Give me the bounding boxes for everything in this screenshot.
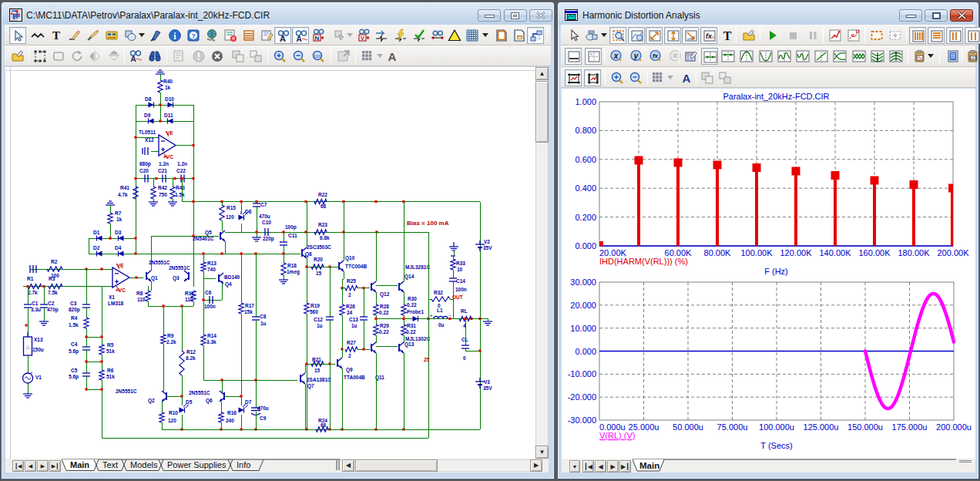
svg-text:Q2: Q2 (148, 398, 155, 404)
svg-text:120: 120 (226, 214, 234, 220)
svg-text:35V: 35V (483, 245, 492, 251)
svg-text:Models: Models (130, 460, 158, 469)
svg-text:51k: 51k (106, 374, 115, 379)
svg-text:C1: C1 (32, 301, 39, 306)
svg-text:V3: V3 (484, 379, 490, 385)
svg-text:R11: R11 (185, 291, 194, 296)
svg-text:51k: 51k (106, 348, 115, 354)
svg-text:R4: R4 (71, 315, 78, 321)
svg-text:R26: R26 (346, 304, 355, 309)
svg-text:Q13: Q13 (404, 341, 414, 348)
svg-text:1meg: 1meg (287, 269, 300, 275)
svg-text:-10.000: -10.000 (568, 369, 596, 378)
svg-text:BD140: BD140 (224, 274, 240, 280)
svg-text:Q1: Q1 (151, 275, 158, 281)
svg-text:R31: R31 (407, 323, 416, 328)
svg-text:200.00K: 200.00K (938, 248, 970, 257)
svg-text:4.7k: 4.7k (118, 192, 128, 197)
svg-text:10: 10 (457, 267, 463, 272)
svg-text:C2: C2 (48, 301, 55, 306)
svg-text:110: 110 (137, 297, 146, 302)
svg-text:140.00K: 140.00K (820, 248, 852, 257)
svg-text:TTC004B: TTC004B (345, 264, 367, 269)
svg-text:123: 123 (969, 56, 976, 60)
svg-text:Main: Main (639, 461, 659, 470)
svg-text:C5: C5 (71, 368, 78, 373)
svg-text:R2: R2 (51, 259, 58, 264)
svg-text:D5: D5 (186, 399, 193, 405)
svg-text:A: A (683, 72, 691, 85)
svg-text:740: 740 (207, 267, 216, 272)
svg-text:125.000u: 125.000u (804, 422, 839, 432)
svg-text:15k: 15k (244, 309, 253, 314)
svg-text:T (Secs): T (Secs) (760, 441, 792, 450)
svg-text:200.000u: 200.000u (936, 422, 972, 432)
svg-text:MJL1302C: MJL1302C (405, 336, 430, 341)
svg-text:C10: C10 (262, 220, 271, 225)
svg-text:R16: R16 (227, 410, 237, 415)
svg-text:fx: fx (705, 32, 712, 40)
svg-text:2.7k: 2.7k (28, 290, 38, 295)
svg-text:3.3k: 3.3k (206, 339, 216, 345)
svg-text:CL: CL (461, 337, 468, 342)
svg-text:R14: R14 (207, 333, 216, 338)
svg-text:R30: R30 (408, 296, 417, 301)
svg-text:2N5551C: 2N5551C (149, 260, 170, 265)
svg-text:R22: R22 (318, 192, 327, 197)
svg-text:Q9: Q9 (346, 367, 353, 373)
svg-text:V1: V1 (35, 375, 42, 380)
svg-text:1.2n: 1.2n (159, 161, 169, 166)
svg-text:R13: R13 (207, 261, 216, 266)
svg-text:Q7: Q7 (307, 383, 314, 389)
svg-text:C4: C4 (71, 341, 78, 347)
svg-text:F (Hz): F (Hz) (764, 267, 788, 276)
svg-text:V: V (361, 35, 365, 42)
svg-text:10.000: 10.000 (570, 324, 596, 333)
svg-text:2N5551C: 2N5551C (169, 265, 190, 271)
svg-text:1.5k: 1.5k (175, 192, 185, 197)
svg-text:R21: R21 (312, 357, 321, 362)
svg-text:D10: D10 (165, 96, 174, 102)
svg-text:RL: RL (461, 308, 468, 314)
svg-text:180.00K: 180.00K (898, 248, 931, 257)
svg-text:24: 24 (347, 310, 353, 315)
svg-text:1k: 1k (165, 85, 171, 90)
svg-text:MJL3281C: MJL3281C (405, 264, 430, 270)
svg-text:1u: 1u (260, 321, 267, 326)
svg-text:Q14: Q14 (404, 274, 414, 280)
svg-text:LM318: LM318 (108, 301, 124, 306)
svg-text:Q10: Q10 (345, 255, 355, 261)
svg-text:2: 2 (348, 292, 351, 298)
svg-text:150.000u: 150.000u (847, 422, 883, 432)
svg-text:8.2k: 8.2k (186, 355, 196, 361)
svg-text:R25: R25 (347, 278, 356, 284)
svg-text:OUT: OUT (452, 294, 463, 300)
svg-text:3.3u: 3.3u (31, 307, 41, 312)
svg-text:0.22: 0.22 (406, 329, 416, 335)
svg-text:R29: R29 (380, 323, 389, 328)
svg-text:Probe1: Probe1 (407, 309, 424, 314)
svg-text:V2: V2 (484, 239, 490, 244)
svg-text:C21: C21 (158, 168, 167, 173)
svg-text:R20: R20 (314, 257, 323, 262)
svg-text:R42: R42 (158, 185, 167, 190)
svg-text:R12: R12 (186, 349, 196, 355)
svg-text:0.000: 0.000 (575, 347, 596, 356)
svg-text:820p: 820p (69, 307, 80, 313)
svg-text:V(RL) (V): V(RL) (V) (599, 431, 635, 440)
svg-text:C20: C20 (139, 168, 149, 173)
svg-text:D1: D1 (93, 230, 100, 235)
svg-text:R27: R27 (347, 340, 356, 345)
svg-text:100n: 100n (204, 304, 216, 309)
svg-text:80.00K: 80.00K (704, 248, 732, 257)
svg-text:Q5: Q5 (205, 230, 212, 236)
svg-text:+: + (30, 370, 33, 375)
svg-text:TTA004B: TTA004B (344, 375, 365, 380)
svg-text:1.2n: 1.2n (177, 161, 187, 166)
svg-text:Q3: Q3 (173, 275, 180, 281)
svg-text:470u: 470u (259, 214, 270, 219)
svg-text:D3: D3 (115, 230, 122, 235)
svg-text:0.400: 0.400 (575, 183, 596, 193)
svg-text:+VC: +VC (116, 288, 126, 293)
svg-text:470p: 470p (47, 307, 59, 313)
